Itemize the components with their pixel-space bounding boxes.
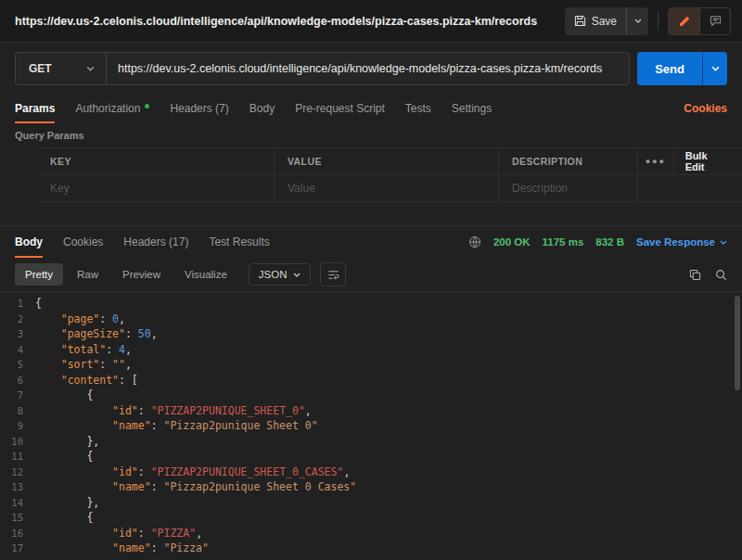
topbar-divider [658, 12, 659, 31]
params-empty-row [37, 175, 742, 202]
edit-pencil-button[interactable] [669, 8, 699, 34]
more-options-icon[interactable]: ●●● [638, 148, 673, 174]
response-tab-test-results[interactable]: Test Results [209, 226, 269, 258]
method-select[interactable]: GET [16, 53, 107, 84]
tab-params-label: Params [15, 102, 55, 115]
save-response-button[interactable]: Save Response [636, 236, 727, 248]
tab-settings-label: Settings [452, 102, 492, 115]
save-button-label: Save [592, 15, 617, 28]
network-globe-icon[interactable] [468, 235, 481, 248]
tab-tests-label: Tests [405, 102, 431, 115]
method-label: GET [29, 62, 52, 75]
topbar-icon-group [668, 7, 731, 35]
tab-headers[interactable]: Headers (7) [170, 94, 228, 123]
response-tab-body-label: Body [15, 235, 43, 248]
scrollbar-thumb[interactable] [735, 296, 740, 390]
code-line: 3 "pageSize": 50, [0, 326, 742, 342]
view-mode-pretty[interactable]: Pretty [15, 263, 63, 286]
response-body-viewer[interactable]: 1{2 "page": 0,3 "pageSize": 50,4 "total"… [0, 291, 742, 560]
scrollbar[interactable] [733, 292, 742, 560]
format-label: JSON [259, 269, 288, 280]
params-header-actions: ●●● Bulk Edit [638, 148, 742, 174]
comment-icon [710, 15, 722, 27]
view-mode-visualize[interactable]: Visualize [174, 263, 237, 286]
tab-authorization-label: Authorization [75, 102, 140, 115]
params-header-row: KEY VALUE DESCRIPTION ●●● Bulk Edit [37, 148, 742, 175]
postman-app: https://dev.us-2.celonis.cloud/intellige… [0, 0, 742, 560]
topbar-actions: Save [565, 7, 731, 35]
response-tab-cookies-label: Cookies [63, 235, 103, 248]
column-value: VALUE [275, 148, 499, 174]
code-line: 12 "id": "PIZZAP2PUNIQUE_SHEET_0_CASES", [0, 465, 742, 480]
authorization-status-dot [145, 104, 149, 108]
param-row-actions [638, 175, 742, 201]
code-line: 5 "sort": "", [0, 357, 742, 373]
save-split-button: Save [565, 7, 648, 35]
param-key-cell [37, 175, 275, 201]
code-line: 2 "page": 0, [0, 312, 742, 327]
copy-response-button[interactable] [689, 269, 701, 281]
send-button[interactable]: Send [637, 52, 702, 85]
code-line: 7 { [0, 388, 742, 403]
request-bar: GET Send [0, 43, 742, 94]
topbar: https://dev.us-2.celonis.cloud/intellige… [0, 0, 742, 43]
code-line: 10 }, [0, 434, 742, 450]
code-line: 16 "id": "PIZZA", [0, 526, 742, 541]
response-meta: 200 OK 1175 ms 832 B Save Response [468, 235, 727, 248]
response-tab-headers-label: Headers (17) [123, 235, 188, 248]
wrap-lines-button[interactable] [320, 262, 346, 286]
response-toolbar: Pretty Raw Preview Visualize JSON [0, 258, 742, 291]
view-mode-raw[interactable]: Raw [67, 263, 109, 286]
search-response-button[interactable] [715, 269, 727, 281]
response-section: Body Cookies Headers (17) Test Results 2… [0, 225, 742, 560]
code-line: 1{ [0, 296, 742, 312]
comments-button[interactable] [699, 8, 730, 34]
code-line: 14 }, [0, 495, 742, 511]
bulk-edit-button[interactable]: Bulk Edit [673, 148, 742, 174]
format-select[interactable]: JSON [249, 263, 312, 286]
save-options-caret[interactable] [626, 7, 648, 35]
code-line: 17 "name": "Pizza" [0, 541, 742, 556]
code-line: 13 "name": "Pizzap2punique Sheet 0 Cases… [0, 479, 742, 495]
save-button[interactable]: Save [565, 7, 626, 35]
param-key-input[interactable] [50, 182, 261, 195]
param-description-input[interactable] [512, 182, 624, 195]
code-line: 8 "id": "PIZZAP2PUNIQUE_SHEET_0", [0, 403, 742, 419]
chevron-down-icon [720, 240, 727, 245]
response-time: 1175 ms [543, 236, 584, 248]
tab-body[interactable]: Body [249, 94, 275, 123]
url-input[interactable] [107, 53, 629, 84]
response-tab-headers[interactable]: Headers (17) [123, 226, 188, 258]
code-line: 4 "total": 4, [0, 342, 742, 358]
url-control: GET [15, 52, 630, 85]
tab-params[interactable]: Params [15, 94, 55, 123]
tab-headers-label: Headers (7) [170, 102, 228, 115]
column-key: KEY [37, 148, 275, 174]
pencil-icon [679, 16, 690, 27]
tab-pre-request-script[interactable]: Pre-request Script [295, 94, 385, 123]
code-line: 9 "name": "Pizzap2punique Sheet 0" [0, 418, 742, 434]
tab-settings[interactable]: Settings [452, 94, 492, 123]
chevron-down-icon [634, 19, 642, 23]
search-icon [715, 269, 727, 281]
chevron-down-icon [293, 273, 301, 277]
code-line: 15 { [0, 510, 742, 526]
param-value-input[interactable] [288, 182, 485, 195]
cookies-link[interactable]: Cookies [684, 102, 727, 115]
response-tab-body[interactable]: Body [15, 226, 43, 258]
chevron-down-icon [86, 66, 95, 71]
copy-icon [689, 269, 701, 281]
response-tab-cookies[interactable]: Cookies [63, 226, 103, 258]
response-tab-test-results-label: Test Results [209, 235, 269, 248]
chevron-down-icon [711, 66, 720, 71]
tab-tests[interactable]: Tests [405, 94, 431, 123]
request-tabs: Params Authorization Headers (7) Body Pr… [0, 94, 742, 123]
send-options-caret[interactable] [702, 52, 727, 85]
response-tools [689, 269, 727, 281]
view-mode-preview[interactable]: Preview [112, 263, 171, 286]
column-description: DESCRIPTION [499, 148, 638, 174]
tab-authorization[interactable]: Authorization [75, 94, 149, 123]
tab-pre-request-script-label: Pre-request Script [295, 102, 385, 115]
save-response-label: Save Response [636, 236, 715, 248]
status-badge: 200 OK [493, 236, 531, 248]
